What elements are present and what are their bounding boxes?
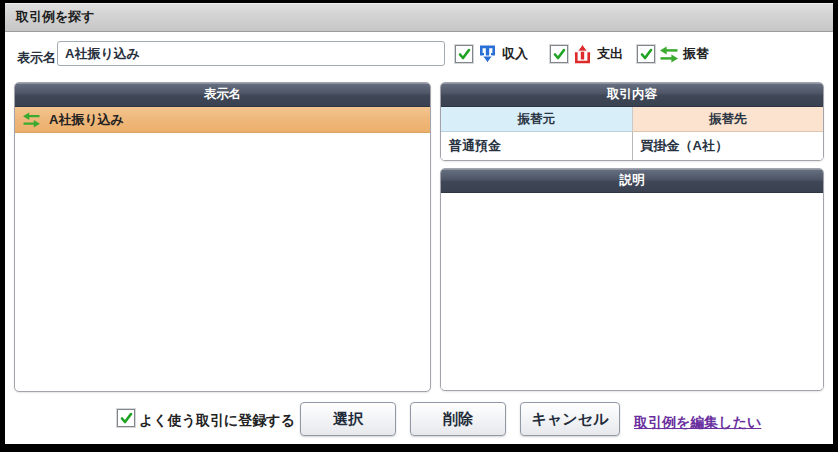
results-panel: 表示名 A社振り込み xyxy=(14,82,431,392)
list-item[interactable]: A社振り込み xyxy=(15,107,430,133)
edit-examples-link[interactable]: 取引例を編集したい xyxy=(634,414,761,432)
transaction-header: 取引内容 xyxy=(441,83,823,107)
income-label: 収入 xyxy=(502,45,528,63)
expense-filter: 支出 xyxy=(550,41,623,67)
display-name-label: 表示名 xyxy=(17,49,56,67)
check-icon xyxy=(458,48,471,61)
check-icon xyxy=(120,412,133,425)
transaction-panel: 取引内容 振替元 振替先 普通預金 買掛金（A社） xyxy=(440,82,824,161)
expense-label: 支出 xyxy=(597,45,623,63)
check-icon xyxy=(640,48,653,61)
delete-button[interactable]: 削除 xyxy=(410,402,506,436)
transfer-icon xyxy=(22,112,41,128)
register-label: よく使う取引に登録する xyxy=(139,412,295,430)
expense-icon xyxy=(572,43,593,65)
transfer-value-row: 普通預金 買掛金（A社） xyxy=(441,132,823,160)
title-bar: 取引例を探す xyxy=(5,3,833,32)
transfer-checkbox[interactable] xyxy=(637,45,655,63)
transfer-icon xyxy=(659,46,679,63)
cancel-button[interactable]: キャンセル xyxy=(520,402,620,436)
check-icon xyxy=(553,48,566,61)
transfer-to-value: 買掛金（A社） xyxy=(633,132,824,160)
select-button[interactable]: 選択 xyxy=(300,402,396,436)
transfer-from-header: 振替元 xyxy=(441,107,632,132)
dialog-title: 取引例を探す xyxy=(5,3,95,31)
list-item-label: A社振り込み xyxy=(49,111,124,129)
income-filter: 収入 xyxy=(455,41,528,67)
expense-checkbox[interactable] xyxy=(550,45,568,63)
income-checkbox[interactable] xyxy=(455,45,473,63)
transfer-label: 振替 xyxy=(683,45,709,63)
display-name-input[interactable] xyxy=(57,41,445,66)
transfer-filter: 振替 xyxy=(637,41,709,67)
transfer-to-header: 振替先 xyxy=(632,107,824,132)
results-header: 表示名 xyxy=(15,83,430,107)
income-icon xyxy=(477,43,498,65)
transfer-header-row: 振替元 振替先 xyxy=(441,107,823,132)
register-checkbox[interactable] xyxy=(117,409,135,427)
find-transaction-dialog: 取引例を探す 表示名 収入 xyxy=(5,3,833,444)
description-header: 説明 xyxy=(441,169,823,193)
dialog-frame: 取引例を探す 表示名 収入 xyxy=(0,0,838,452)
transfer-from-value: 普通預金 xyxy=(441,132,633,160)
description-body xyxy=(441,193,823,389)
description-panel: 説明 xyxy=(440,168,824,391)
